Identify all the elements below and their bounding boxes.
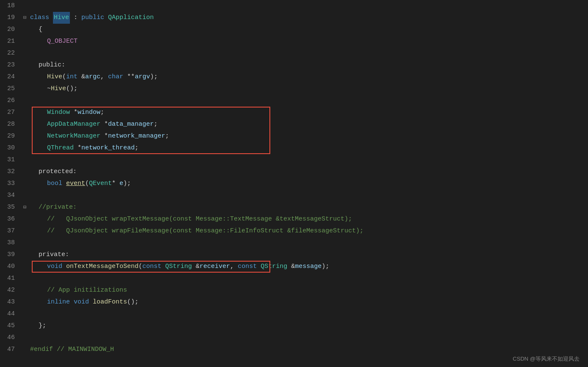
- line-num-23: 23: [0, 59, 23, 71]
- line-44: 44: [0, 308, 588, 320]
- line-29: 29 NetworkManager *network_manager;: [0, 130, 588, 142]
- line-num-20: 20: [0, 24, 23, 36]
- line-33: 33 bool event(QEvent* e);: [0, 178, 588, 190]
- line-19: 19 ⊟ class Hive : public QApplication: [0, 12, 588, 24]
- line-41: 41: [0, 273, 588, 284]
- line-num-19: 19: [0, 12, 23, 24]
- line-31: 31: [0, 154, 588, 166]
- line-35: 35 ⊟ //private:: [0, 201, 588, 213]
- line-num-44: 44: [0, 308, 23, 320]
- members-red-box-container: 27 Window *window; 28 AppDataManager *da…: [0, 107, 588, 154]
- line-32: 32 protected:: [0, 166, 588, 178]
- line-25: 25 ~Hive();: [0, 83, 588, 95]
- line-38: 38: [0, 237, 588, 249]
- line-23: 23 public:: [0, 59, 588, 71]
- line-num-45: 45: [0, 320, 23, 332]
- line-num-21: 21: [0, 36, 23, 47]
- line-num-35: 35: [0, 201, 23, 213]
- line-21: 21 Q_OBJECT: [0, 36, 588, 47]
- line-num-41: 41: [0, 273, 23, 284]
- line-46: 46: [0, 332, 588, 344]
- line-40: 40 void onTextMessageToSend(const QStrin…: [0, 261, 588, 273]
- line-20: 20 {: [0, 24, 588, 36]
- line-18: 18: [0, 0, 588, 12]
- private-red-box-container: 40 void onTextMessageToSend(const QStrin…: [0, 261, 588, 273]
- line-27: 27 Window *window;: [0, 107, 588, 119]
- line-num-22: 22: [0, 47, 23, 59]
- line-num-31: 31: [0, 154, 23, 166]
- line-28: 28 AppDataManager *data_manager;: [0, 119, 588, 130]
- line-num-39: 39: [0, 249, 23, 261]
- line-24: 24 Hive(int &argc, char **argv);: [0, 71, 588, 83]
- line-45: 45 };: [0, 320, 588, 332]
- line-num-43: 43: [0, 296, 23, 308]
- line-num-40: 40: [0, 261, 23, 273]
- line-42: 42 // App initilizations: [0, 284, 588, 296]
- code-editor: 18 19 ⊟ class Hive : public QApplication…: [0, 0, 588, 367]
- line-num-18: 18: [0, 0, 23, 12]
- line-36: 36 // QJsonObject wrapTextMessage(const …: [0, 213, 588, 225]
- line-22: 22: [0, 47, 588, 59]
- line-num-25: 25: [0, 83, 23, 95]
- line-num-46: 46: [0, 332, 23, 344]
- line-30: 30 QThread *network_thread;: [0, 142, 588, 154]
- line-num-47: 47: [0, 344, 23, 356]
- watermark: CSDN @等风来不如迎风去: [513, 355, 580, 363]
- line-num-36: 36: [0, 213, 23, 225]
- line-37: 37 // QJsonObject wrapFileMessage(const …: [0, 225, 588, 237]
- line-num-30: 30: [0, 142, 23, 154]
- line-39: 39 private:: [0, 249, 588, 261]
- line-num-37: 37: [0, 225, 23, 237]
- line-num-33: 33: [0, 178, 23, 190]
- line-num-34: 34: [0, 190, 23, 201]
- line-num-38: 38: [0, 237, 23, 249]
- line-num-26: 26: [0, 95, 23, 107]
- line-num-28: 28: [0, 119, 23, 130]
- line-26: 26: [0, 95, 588, 107]
- line-num-42: 42: [0, 284, 23, 296]
- line-num-32: 32: [0, 166, 23, 178]
- line-43: 43 inline void loadFonts();: [0, 296, 588, 308]
- line-num-24: 24: [0, 71, 23, 83]
- line-47: 47 #endif // MAINWINDOW_H: [0, 344, 588, 356]
- line-num-29: 29: [0, 130, 23, 142]
- line-34: 34: [0, 190, 588, 201]
- line-num-27: 27: [0, 107, 23, 119]
